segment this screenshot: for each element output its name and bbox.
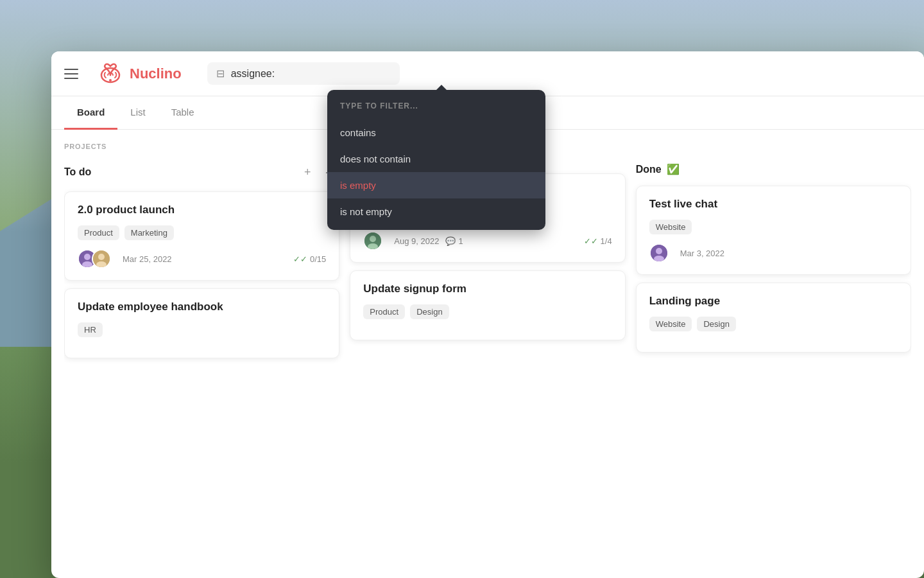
card-signup-form-tags: Product Design — [363, 304, 612, 319]
svg-point-3 — [84, 254, 90, 260]
card-mobile-redesign-avatars — [363, 231, 377, 250]
filter-option-is-not-empty[interactable]: is not empty — [327, 198, 545, 225]
tag-design-2: Design — [697, 317, 735, 331]
tag-design: Design — [410, 304, 449, 319]
tag-marketing: Marketing — [124, 225, 174, 240]
card-landing-page-title: Landing page — [649, 295, 898, 308]
column-done: Done ✅ Test live chat Website — [636, 161, 911, 578]
card-product-launch-tags: Product Marketing — [78, 225, 326, 240]
avatar-user3 — [363, 231, 382, 250]
column-todo-header: To do + ⋯ — [64, 161, 339, 184]
card-product-launch-avatars — [78, 249, 106, 268]
card-product-launch-footer: Mar 25, 2022 ✓✓ 0/15 — [78, 249, 326, 268]
filter-option-does-not-contain[interactable]: does not contain — [327, 146, 545, 172]
card-signup-form[interactable]: Update signup form Product Design — [350, 270, 625, 340]
logo-icon — [98, 61, 123, 87]
tab-board[interactable]: Board — [64, 96, 117, 130]
tag-hr: HR — [78, 322, 103, 337]
column-todo-add[interactable]: + — [298, 163, 316, 181]
card-landing-page-tags: Website Design — [649, 317, 898, 331]
card-mobile-redesign-comments: 💬 1 — [445, 236, 463, 246]
card-mobile-redesign-date: Aug 9, 2022 — [394, 236, 439, 246]
avatar-user2 — [92, 249, 111, 268]
card-mobile-redesign-footer: Aug 9, 2022 💬 1 ✓✓ 1/4 — [363, 231, 612, 250]
card-live-chat-avatars — [649, 243, 663, 263]
filter-bar[interactable]: ⊟ — [207, 62, 400, 85]
card-signup-form-title: Update signup form — [363, 283, 612, 295]
card-product-launch-checks: ✓✓ 0/15 — [293, 254, 326, 264]
filter-icon: ⊟ — [216, 67, 225, 80]
card-live-chat-title: Test live chat — [649, 198, 898, 211]
card-live-chat-footer: Mar 3, 2022 — [649, 243, 898, 263]
column-done-title: Done ✅ — [636, 163, 680, 175]
logo-text: Nuclino — [130, 66, 182, 82]
tag-website-2: Website — [649, 317, 692, 331]
card-live-chat-date: Mar 3, 2022 — [680, 249, 724, 258]
card-live-chat[interactable]: Test live chat Website — [636, 186, 911, 275]
tag-product: Product — [78, 225, 119, 240]
svg-point-6 — [98, 254, 105, 260]
dropdown-hint: TYPE TO FILTER... — [327, 95, 545, 119]
logo: Nuclino — [98, 61, 182, 87]
app-panel: Nuclino ⊟ TYPE TO FILTER... contains doe… — [51, 51, 924, 578]
tab-table[interactable]: Table — [158, 96, 207, 130]
card-mobile-redesign-checks: ✓✓ 1/4 — [584, 236, 612, 246]
avatar-user4 — [649, 243, 669, 263]
card-product-launch-date: Mar 25, 2022 — [123, 254, 172, 264]
filter-input[interactable] — [231, 68, 359, 80]
filter-dropdown: TYPE TO FILTER... contains does not cont… — [327, 90, 545, 230]
card-employee-handbook[interactable]: Update employee handbook HR — [64, 288, 339, 358]
card-live-chat-tags: Website — [649, 220, 898, 234]
column-todo: To do + ⋯ 2.0 product launch Product Mar… — [64, 161, 339, 578]
card-product-launch[interactable]: 2.0 product launch Product Marketing — [64, 191, 339, 281]
card-employee-handbook-title: Update employee handbook — [78, 301, 326, 313]
card-employee-handbook-tags: HR — [78, 322, 326, 337]
menu-button[interactable] — [64, 62, 87, 85]
filter-option-is-empty[interactable]: is empty — [327, 172, 545, 198]
svg-point-1 — [109, 79, 112, 82]
column-todo-title: To do — [64, 166, 91, 178]
done-checkmark-icon: ✅ — [667, 163, 680, 175]
card-landing-page[interactable]: Landing page Website Design — [636, 283, 911, 353]
column-done-header: Done ✅ — [636, 161, 911, 178]
card-product-launch-title: 2.0 product launch — [78, 204, 326, 216]
svg-point-9 — [370, 236, 376, 242]
tab-list[interactable]: List — [117, 96, 158, 130]
filter-option-contains[interactable]: contains — [327, 119, 545, 146]
tag-product-3: Product — [363, 304, 405, 319]
tag-website: Website — [649, 220, 692, 234]
svg-point-12 — [656, 248, 662, 254]
